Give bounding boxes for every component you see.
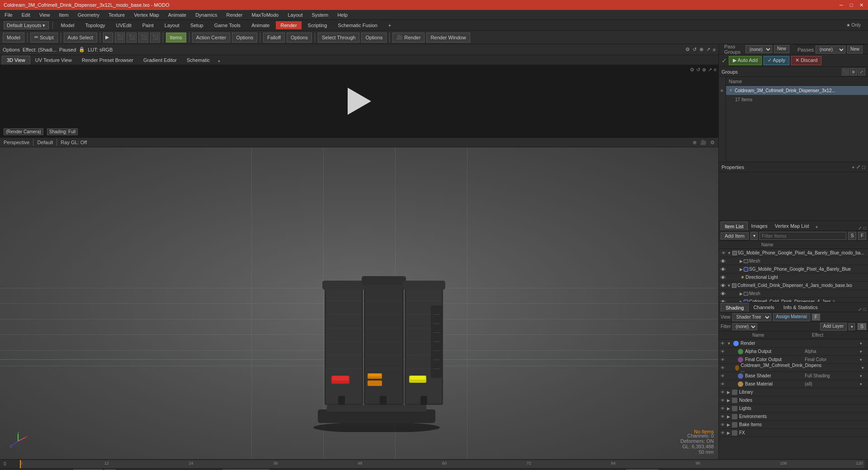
vp-icon-more[interactable]: ≡ xyxy=(713,47,716,52)
sh-eye-environments[interactable]: 👁 xyxy=(721,414,726,419)
sh-eye-final[interactable]: 👁 xyxy=(721,357,726,362)
vbar-icon-gear[interactable]: ⚙ xyxy=(710,140,715,146)
shading-label[interactable]: Shading: Full xyxy=(47,128,78,135)
vp-icon-refresh[interactable]: ↺ xyxy=(693,47,697,52)
sh-expand-fx[interactable]: ▶ xyxy=(727,431,730,435)
shader-assign-material-btn[interactable]: Assign Material xyxy=(773,313,810,321)
stab-info[interactable]: Info & Statistics xyxy=(779,303,822,312)
il-eye-2[interactable]: 👁 xyxy=(721,267,726,272)
sh-dropdown-base-material[interactable]: ▾ xyxy=(860,382,866,386)
vbar-icon-snap[interactable]: ⊕ xyxy=(693,140,697,146)
menu-edit[interactable]: Edit xyxy=(20,11,32,19)
playhead[interactable] xyxy=(20,460,21,468)
layout-tab-model[interactable]: Model xyxy=(57,21,79,29)
groups-icon-2[interactable]: ⊕ xyxy=(850,68,857,75)
group-item-main[interactable]: ▼ Coldream_3M_Cofrimell_Drink_Dispenser_… xyxy=(726,86,868,95)
action-center-btn[interactable]: Action Center xyxy=(192,33,231,42)
render-btn[interactable]: 🎥 Render xyxy=(392,33,425,42)
sh-dropdown-coldream[interactable]: ▾ xyxy=(862,366,866,370)
shader-add-layer-dropdown[interactable]: ▾ xyxy=(849,323,855,330)
sh-item-base-material[interactable]: 👁 Base Material (all) ▾ xyxy=(719,380,868,388)
vtab-gradient[interactable]: Gradient Editor xyxy=(138,56,182,65)
opt-options[interactable]: Options xyxy=(3,47,20,52)
render-window-btn[interactable]: Render Window xyxy=(426,33,470,42)
menu-view[interactable]: View xyxy=(38,11,52,19)
autoselect-btn[interactable]: Auto Select xyxy=(64,33,97,42)
shader-add-layer-btn[interactable]: Add Layer xyxy=(820,323,847,331)
viewport-3d[interactable]: X Y Z No Items Channels: 0 Deformers: ON… xyxy=(0,147,718,459)
sh-expand-nodes[interactable]: ▶ xyxy=(727,398,730,403)
il-filter-icon-f[interactable]: F xyxy=(858,232,866,240)
preview-icon-export[interactable]: ↗ xyxy=(708,67,712,73)
il-item-4[interactable]: 👁 ▼ Cofrimell_Cold_Drink_Dispenser_4_Jar… xyxy=(719,282,868,290)
sh-expand-environments[interactable]: ▶ xyxy=(727,414,730,419)
groups-expand[interactable]: ⤢ xyxy=(858,68,865,75)
il-eye-4[interactable]: 👁 xyxy=(721,283,726,288)
vtab-render-preset[interactable]: Render Preset Browser xyxy=(77,56,138,65)
sf-filter-dropdown[interactable]: (none) xyxy=(732,323,757,330)
il-filter-input[interactable] xyxy=(760,232,846,240)
layout-dropdown[interactable]: Default Layouts ▾ xyxy=(4,21,49,29)
layout-tab-uvedit[interactable]: UVEdit xyxy=(112,21,136,29)
camera-label[interactable]: (Render Camera) xyxy=(4,128,43,135)
il-filter-icon-s[interactable]: S xyxy=(848,232,856,240)
stab-channels[interactable]: Channels xyxy=(749,303,778,312)
sh-eye-fx[interactable]: 👁 xyxy=(721,431,726,435)
timeline-ticks[interactable]: 0 12 24 36 48 60 72 84 96 108 120 xyxy=(20,460,864,468)
il-expand-4[interactable]: ▼ xyxy=(727,283,731,288)
sh-eye-render[interactable]: 👁 xyxy=(721,341,726,346)
options-btn-2[interactable]: Options xyxy=(287,33,312,42)
preview-icon-gear[interactable]: ⚙ xyxy=(690,67,694,73)
iltab-images[interactable]: Images xyxy=(748,221,771,230)
itemlist-content[interactable]: 👁 ▼ 5G_Mobile_Phone_Google_Pixel_4a_Bare… xyxy=(719,249,868,302)
sh-expand-render[interactable]: ▼ xyxy=(727,341,731,346)
il-expand-btn[interactable]: ⤢ xyxy=(858,226,862,230)
il-expand-5[interactable]: ▶ xyxy=(740,291,743,296)
vbar-raygl[interactable]: Ray GL: Off xyxy=(61,140,87,145)
il-item-6[interactable]: 👁 ▶ Cofrimell_Cold_Drink_Dispenser_4_Jar… xyxy=(719,298,868,302)
sh-item-lights[interactable]: 👁 ▶ Lights xyxy=(719,404,868,413)
maximize-btn[interactable]: □ xyxy=(848,2,854,8)
vbar-icon-cam[interactable]: 🎥 xyxy=(700,140,707,146)
sh-eye-lights[interactable]: 👁 xyxy=(721,406,726,411)
vtab-add[interactable]: + xyxy=(215,57,223,65)
minimize-btn[interactable]: ─ xyxy=(838,2,844,8)
sh-item-fx[interactable]: 👁 ▶ FX xyxy=(719,429,868,437)
menu-geometry[interactable]: Geometry xyxy=(76,11,101,19)
sh-item-base-shader[interactable]: 👁 Base Shader Full Shading ▾ xyxy=(719,372,868,380)
menu-layout[interactable]: Layout xyxy=(286,11,304,19)
sh-expand-bake[interactable]: ▶ xyxy=(727,423,730,427)
iltab-vertex-map[interactable]: Vertex Map List xyxy=(771,221,813,230)
sh-item-render[interactable]: 👁 ▼ Render ▾ xyxy=(719,339,868,348)
play-button-icon[interactable] xyxy=(348,88,371,115)
sh-eye-library[interactable]: 👁 xyxy=(721,390,726,395)
il-eye-3[interactable]: 👁 xyxy=(721,275,726,280)
vp-icon-zoom[interactable]: ⊕ xyxy=(699,47,703,52)
layout-tab-schematic[interactable]: Schematic Fusion xyxy=(333,21,382,29)
menu-help[interactable]: Help xyxy=(335,11,349,19)
il-eye-1[interactable]: 👁 xyxy=(721,258,726,264)
vp-icon-export[interactable]: ↗ xyxy=(706,47,710,52)
layout-tab-setup[interactable]: Setup xyxy=(186,21,208,29)
items-btn[interactable]: Items xyxy=(166,33,186,42)
il-add-dropdown[interactable]: ▾ xyxy=(750,232,758,240)
options-btn-3[interactable]: Options xyxy=(361,33,387,42)
new-btn-passes[interactable]: New xyxy=(847,46,863,54)
transform-icon-5[interactable]: ⬛ xyxy=(150,33,160,42)
falloff-btn[interactable]: Falloff xyxy=(263,33,285,42)
select-through-btn[interactable]: Select Through xyxy=(318,33,359,42)
layout-tab-scripting[interactable]: Scripting xyxy=(303,21,332,29)
il-expand-0[interactable]: ▼ xyxy=(727,251,731,255)
sh-eye-base-shader[interactable]: 👁 xyxy=(721,374,726,378)
sh-expand-library[interactable]: ▶ xyxy=(727,390,730,395)
layout-tab-add[interactable]: + xyxy=(384,21,396,29)
vbar-default[interactable]: Default xyxy=(37,140,53,145)
properties-expand-btn[interactable]: ⤢ xyxy=(856,164,860,170)
il-item-0[interactable]: 👁 ▼ 5G_Mobile_Phone_Google_Pixel_4a_Bare… xyxy=(719,249,868,257)
il-item-3[interactable]: 👁 ☀ Directional Light xyxy=(719,273,868,282)
layout-tab-render[interactable]: Render xyxy=(276,21,301,29)
il-add-item-btn[interactable]: Add Item xyxy=(721,232,749,240)
layout-tab-game-tools[interactable]: Game Tools xyxy=(210,21,245,29)
menu-dynamics[interactable]: Dynamics xyxy=(193,11,219,19)
opt-paused[interactable]: Paused xyxy=(59,47,76,52)
